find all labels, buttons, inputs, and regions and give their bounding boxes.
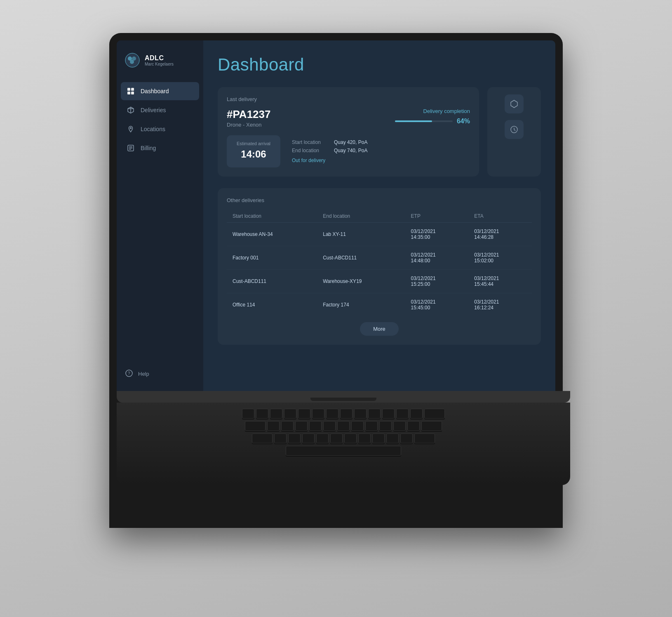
key[interactable]	[330, 433, 343, 443]
top-row: Last delivery #PA1237 Drone - Xenon Deli…	[218, 87, 541, 177]
other-deliveries-label: Other deliveries	[227, 197, 532, 203]
sidebar-item-deliveries-label: Deliveries	[141, 107, 166, 113]
key[interactable]	[316, 433, 329, 443]
key-enter-2[interactable]	[414, 433, 435, 443]
key[interactable]	[410, 409, 423, 419]
key-enter[interactable]	[421, 421, 442, 431]
key[interactable]	[270, 409, 282, 419]
key[interactable]	[407, 421, 420, 431]
key-caps[interactable]	[252, 433, 273, 443]
sidebar-item-deliveries[interactable]: Deliveries	[121, 101, 199, 119]
key[interactable]	[309, 421, 322, 431]
svg-rect-5	[131, 88, 134, 91]
col-end: End location	[317, 210, 405, 223]
delivery-details-row: Estimated arrival 14:06 Start location Q…	[227, 135, 470, 167]
key-space[interactable]	[286, 446, 401, 456]
key[interactable]	[274, 433, 287, 443]
key[interactable]	[323, 421, 336, 431]
delivery-vehicle: Drone - Xenon	[227, 122, 271, 128]
laptop-base	[117, 391, 570, 403]
key[interactable]	[242, 409, 254, 419]
key[interactable]	[295, 421, 308, 431]
arrival-box: Estimated arrival 14:06	[227, 135, 280, 167]
key[interactable]	[351, 421, 364, 431]
delivery-id-section: #PA1237 Drone - Xenon	[227, 108, 271, 128]
key[interactable]	[281, 421, 294, 431]
app-name: ADLC	[145, 54, 174, 62]
row3-end: Warehouse-XY19	[317, 270, 405, 293]
key-backspace[interactable]	[424, 409, 445, 419]
help-area[interactable]: ? Help	[117, 365, 203, 383]
key[interactable]	[284, 409, 296, 419]
more-button[interactable]: More	[360, 322, 399, 336]
row1-end: Lab XY-11	[317, 223, 405, 246]
nav-items: Dashboard Deliveries	[117, 82, 203, 365]
key[interactable]	[288, 433, 301, 443]
laptop-frame: ADLC Marc Kegelaers	[109, 33, 563, 528]
key-tab[interactable]	[245, 421, 266, 431]
key[interactable]	[368, 409, 381, 419]
key[interactable]	[298, 409, 310, 419]
deliveries-icon	[127, 106, 135, 114]
sidebar-item-locations[interactable]: Locations	[121, 120, 199, 138]
completion-section: Delivery completion 64%	[395, 108, 470, 125]
key[interactable]	[386, 433, 399, 443]
key[interactable]	[340, 409, 352, 419]
key[interactable]	[396, 409, 409, 419]
key[interactable]	[256, 409, 268, 419]
completion-label: Delivery completion	[395, 108, 470, 114]
key[interactable]	[358, 433, 371, 443]
table-row: Cust-ABCD111 Warehouse-XY19 03/12/2021 1…	[227, 270, 532, 293]
locations-icon	[127, 125, 135, 133]
gen-icon-2	[505, 120, 524, 139]
progress-bar-fill	[395, 120, 432, 122]
app-subtitle: Marc Kegelaers	[145, 62, 174, 66]
end-location-key: End location	[292, 148, 329, 153]
key[interactable]	[302, 433, 315, 443]
help-icon: ?	[125, 369, 133, 379]
row4-eta: 03/12/2021 16:12:24	[468, 293, 532, 317]
key-row-2	[245, 421, 442, 431]
row1-etp: 03/12/2021 14:35:00	[405, 223, 469, 246]
start-location-row: Start location Quay 420, PoA	[292, 139, 464, 145]
sidebar-item-dashboard[interactable]: Dashboard	[121, 82, 199, 100]
laptop-notch	[310, 398, 376, 401]
key[interactable]	[372, 433, 385, 443]
key[interactable]	[365, 421, 378, 431]
svg-rect-7	[131, 92, 134, 94]
row1-eta: 03/12/2021 14:46:28	[468, 223, 532, 246]
help-label: Help	[138, 371, 149, 377]
page-title: Dashboard	[218, 55, 541, 75]
start-location-key: Start location	[292, 139, 329, 145]
table-row: Factory 001 Cust-ABCD111 03/12/2021 14:4…	[227, 246, 532, 270]
key[interactable]	[267, 421, 280, 431]
key[interactable]	[354, 409, 367, 419]
more-btn-row: More	[227, 322, 532, 336]
key[interactable]	[400, 433, 413, 443]
row2-etp: 03/12/2021 14:48:00	[405, 246, 469, 270]
progress-percent: 64%	[457, 118, 470, 125]
svg-rect-4	[127, 88, 130, 91]
location-info: Start location Quay 420, PoA End locatio…	[286, 135, 470, 167]
key[interactable]	[337, 421, 350, 431]
key[interactable]	[379, 421, 392, 431]
arrival-time: 14:06	[234, 148, 273, 160]
sidebar-item-billing[interactable]: Billing	[121, 139, 199, 157]
key[interactable]	[326, 409, 338, 419]
key[interactable]	[344, 433, 357, 443]
end-location-val: Quay 740, PoA	[334, 148, 367, 153]
general-card	[487, 87, 541, 177]
logo-area: ADLC Marc Kegelaers	[117, 53, 203, 82]
sidebar: ADLC Marc Kegelaers	[117, 40, 203, 391]
key[interactable]	[382, 409, 395, 419]
key[interactable]	[312, 409, 324, 419]
key[interactable]	[393, 421, 406, 431]
key-row-1	[242, 409, 445, 419]
row2-eta: 03/12/2021 15:02:00	[468, 246, 532, 270]
gen-icon-1	[505, 94, 524, 113]
progress-row: 64%	[395, 118, 470, 125]
delivery-id: #PA1237	[227, 108, 271, 121]
delivery-header: #PA1237 Drone - Xenon Delivery completio…	[227, 108, 470, 128]
dashboard-icon	[127, 87, 135, 95]
svg-point-3	[130, 60, 134, 64]
